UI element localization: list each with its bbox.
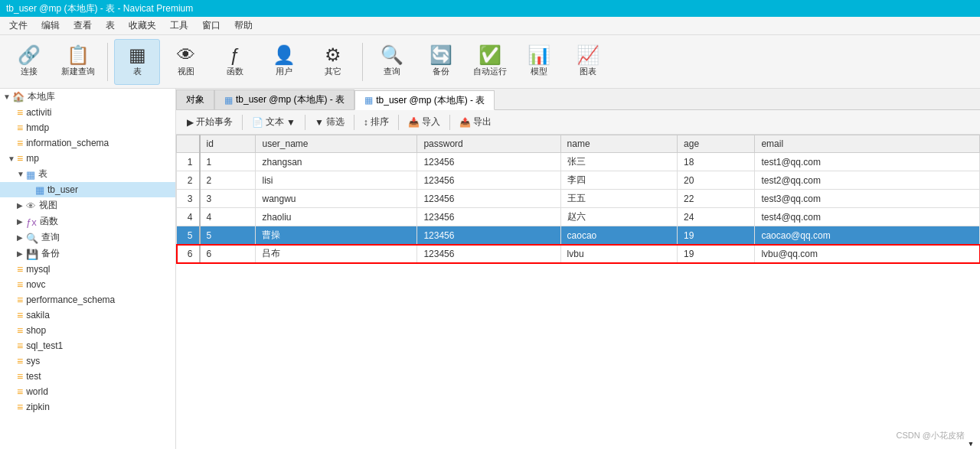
chart-label: 图表	[580, 66, 596, 77]
toolbar-btn-table[interactable]: ▦表	[114, 39, 160, 85]
sidebar-item-shop[interactable]: ≡shop	[0, 323, 175, 338]
menu-item-帮助[interactable]: 帮助	[228, 18, 259, 34]
table-row[interactable]: 33wangwu123456王五22test3@qq.com	[177, 190, 980, 208]
table-toolbar-btn-sort[interactable]: ↕排序	[359, 114, 394, 130]
cell-email-2[interactable]: test3@qq.com	[755, 190, 980, 208]
cell-password-2[interactable]: 123456	[417, 190, 560, 208]
chart-icon: 📈	[577, 46, 599, 64]
tab-table-tab2[interactable]: ▦tb_user @mp (本地库) - 表	[354, 90, 495, 110]
cell-name-5[interactable]: lvbu	[560, 245, 677, 263]
cell-password-0[interactable]: 123456	[417, 153, 560, 171]
cell-age-5[interactable]: 19	[678, 245, 755, 263]
menu-item-编辑[interactable]: 编辑	[35, 18, 66, 34]
cell-user_name-4[interactable]: 曹操	[256, 226, 417, 245]
toolbar-btn-auto-run[interactable]: ✅自动运行	[467, 39, 513, 85]
sidebar-item-sql-test1[interactable]: ≡sql_test1	[0, 338, 175, 353]
toolbar-btn-query[interactable]: 🔍查询	[369, 39, 415, 85]
tab-object-tab[interactable]: 对象	[176, 89, 214, 109]
cell-password-3[interactable]: 123456	[417, 208, 560, 226]
sidebar-item-tb-user[interactable]: ▦tb_user	[0, 182, 175, 197]
cell-password-5[interactable]: 123456	[417, 245, 560, 263]
toolbar-btn-chart[interactable]: 📈图表	[565, 39, 611, 85]
toolbar-btn-func[interactable]: ƒ函数	[212, 39, 258, 85]
cell-age-2[interactable]: 22	[678, 190, 755, 208]
toolbar-btn-connect[interactable]: 🔗▼连接	[6, 39, 52, 85]
tab-table-tab1[interactable]: ▦tb_user @mp (本地库) - 表	[214, 89, 354, 109]
menu-item-工具[interactable]: 工具	[164, 18, 194, 34]
menu-item-表[interactable]: 表	[100, 18, 121, 34]
sidebar-item-local-db[interactable]: ▼🏠本地库	[0, 89, 175, 105]
cell-email-1[interactable]: test2@qq.com	[755, 171, 980, 190]
menu-item-查看[interactable]: 查看	[67, 18, 98, 34]
cell-age-3[interactable]: 24	[678, 208, 755, 226]
sidebar-item-information-schema[interactable]: ≡information_schema	[0, 135, 175, 151]
cell-user_name-2[interactable]: wangwu	[256, 190, 417, 208]
toolbar-btn-view[interactable]: 👁视图	[163, 39, 209, 85]
title-text: tb_user @mp (本地库) - 表 - Navicat Premium	[6, 2, 193, 15]
menu-item-文件[interactable]: 文件	[3, 18, 34, 34]
menu-item-窗口[interactable]: 窗口	[196, 18, 227, 34]
table-toolbar-btn-text[interactable]: 📄文本▼	[247, 114, 300, 130]
expand-arrow-mp-backup: ▶	[17, 249, 24, 258]
sidebar-item-hmdp[interactable]: ≡hmdp	[0, 120, 175, 135]
cell-user_name-5[interactable]: 吕布	[256, 245, 417, 263]
table-toolbar-btn-export[interactable]: 📤导出	[455, 114, 496, 130]
table-toolbar-btn-import[interactable]: 📥导入	[403, 114, 445, 130]
db-icon-hmdp: ≡	[17, 122, 23, 134]
sidebar-item-sys[interactable]: ≡sys	[0, 353, 175, 369]
cell-user_name-1[interactable]: lisi	[256, 171, 417, 190]
sidebar-item-world[interactable]: ≡world	[0, 384, 175, 399]
cell-age-1[interactable]: 20	[678, 171, 755, 190]
sidebar-item-mp-backup[interactable]: ▶💾备份	[0, 246, 175, 262]
sidebar-item-novc[interactable]: ≡novc	[0, 277, 175, 292]
table-toolbar-btn-begin-tx[interactable]: ▶开始事务	[182, 114, 237, 130]
row-number-0: 1	[177, 153, 200, 171]
cell-name-2[interactable]: 王五	[560, 190, 677, 208]
cell-password-1[interactable]: 123456	[417, 171, 560, 190]
sidebar-item-mp-views[interactable]: ▶👁视图	[0, 197, 175, 213]
cell-id-5[interactable]: 6	[200, 245, 256, 263]
sidebar-item-mp-tables[interactable]: ▼▦表	[0, 166, 175, 182]
cell-password-4[interactable]: 123456	[417, 226, 560, 245]
cell-name-0[interactable]: 张三	[560, 153, 677, 171]
sidebar-item-performance-schema[interactable]: ≡performance_schema	[0, 292, 175, 307]
cell-name-3[interactable]: 赵六	[560, 208, 677, 226]
table-icon-tb-user: ▦	[35, 184, 44, 196]
toolbar-btn-model[interactable]: 📊模型	[516, 39, 562, 85]
table-toolbar: ▶开始事务📄文本▼▼筛选↕排序📥导入📤导出	[176, 110, 980, 135]
sidebar-item-zipkin[interactable]: ≡zipkin	[0, 399, 175, 415]
toolbar-btn-new-query[interactable]: 📋新建查询	[55, 39, 101, 85]
cell-id-2[interactable]: 3	[200, 190, 256, 208]
cell-user_name-3[interactable]: zhaoliu	[256, 208, 417, 226]
toolbar-btn-backup[interactable]: 🔄备份	[418, 39, 464, 85]
cell-id-1[interactable]: 2	[200, 171, 256, 190]
cell-id-4[interactable]: 5	[200, 226, 256, 245]
cell-email-4[interactable]: caocao@qq.com	[755, 226, 980, 245]
table-row[interactable]: 22lisi123456李四20test2@qq.com	[177, 171, 980, 190]
table-row[interactable]: 66吕布123456lvbu19lvbu@qq.com	[177, 245, 980, 263]
cell-name-1[interactable]: 李四	[560, 171, 677, 190]
sidebar-item-mysql[interactable]: ≡mysql	[0, 262, 175, 277]
sidebar-item-mp-queries[interactable]: ▶🔍查询	[0, 229, 175, 246]
sidebar-item-mp-funcs[interactable]: ▶ƒx函数	[0, 213, 175, 229]
menu-item-收藏夹[interactable]: 收藏夹	[122, 18, 162, 34]
cell-age-4[interactable]: 19	[678, 226, 755, 245]
table-row[interactable]: 44zhaoliu123456赵六24test4@qq.com	[177, 208, 980, 226]
table-row[interactable]: 11zhangsan123456张三18test1@qq.com	[177, 153, 980, 171]
sidebar-item-sakila[interactable]: ≡sakila	[0, 307, 175, 323]
cell-email-3[interactable]: test4@qq.com	[755, 208, 980, 226]
sidebar-item-mp[interactable]: ▼≡mp	[0, 151, 175, 166]
toolbar-btn-other[interactable]: ⚙▼其它	[310, 39, 356, 85]
cell-age-0[interactable]: 18	[678, 153, 755, 171]
cell-email-0[interactable]: test1@qq.com	[755, 153, 980, 171]
toolbar-btn-user[interactable]: 👤用户	[261, 39, 307, 85]
cell-id-3[interactable]: 4	[200, 208, 256, 226]
table-toolbar-btn-filter[interactable]: ▼筛选	[310, 114, 349, 130]
sidebar-item-activiti[interactable]: ≡activiti	[0, 105, 175, 120]
table-row[interactable]: 5▶5曹操123456caocao19caocao@qq.com	[177, 226, 980, 245]
cell-name-4[interactable]: caocao	[560, 226, 677, 245]
cell-id-0[interactable]: 1	[200, 153, 256, 171]
sidebar-item-test[interactable]: ≡test	[0, 369, 175, 384]
cell-user_name-0[interactable]: zhangsan	[256, 153, 417, 171]
cell-email-5[interactable]: lvbu@qq.com	[755, 245, 980, 263]
